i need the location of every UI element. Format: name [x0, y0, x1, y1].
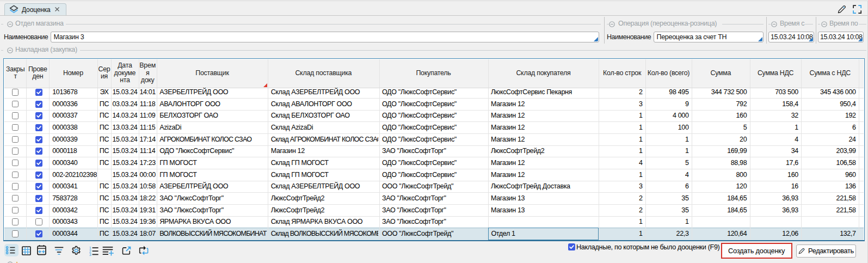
- svg-text:3: 3: [89, 253, 91, 256]
